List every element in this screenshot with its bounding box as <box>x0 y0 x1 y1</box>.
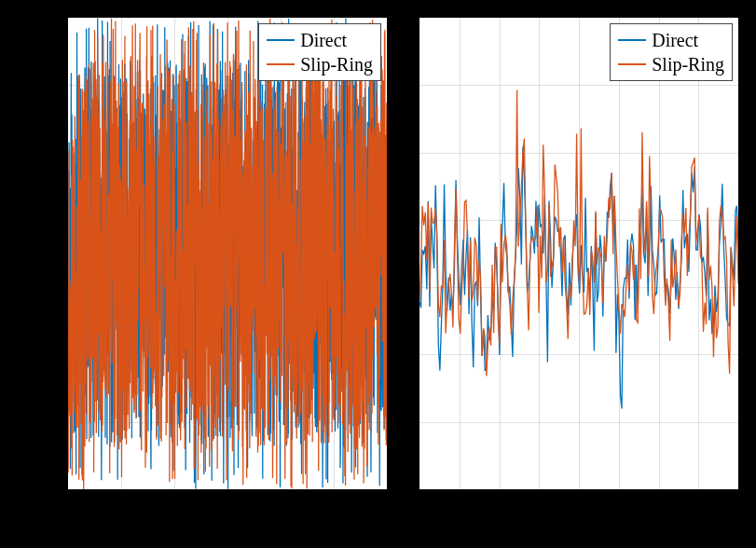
legend-right: Direct Slip-Ring <box>610 23 733 81</box>
legend-swatch-direct <box>267 39 295 42</box>
legend-entry-direct: Direct <box>267 28 373 52</box>
legend-swatch-slipring <box>267 63 295 66</box>
legend-entry-slipring: Slip-Ring <box>618 52 724 76</box>
legend-entry-slipring: Slip-Ring <box>267 52 373 76</box>
legend-entry-direct: Direct <box>618 28 724 52</box>
legend-swatch-direct <box>618 39 646 42</box>
chart-right: Direct Slip-Ring <box>419 17 739 490</box>
chart-left: Direct Slip-Ring <box>67 17 388 490</box>
series-canvas-right <box>419 18 738 489</box>
plot-area-left: Direct Slip-Ring <box>67 17 388 490</box>
plot-area-right: Direct Slip-Ring <box>419 17 739 490</box>
legend-label-direct: Direct <box>300 28 347 52</box>
legend-swatch-slipring <box>618 63 646 66</box>
legend-label-slipring: Slip-Ring <box>300 52 373 76</box>
legend-label-slipring: Slip-Ring <box>652 52 724 76</box>
legend-label-direct: Direct <box>652 28 698 52</box>
legend-left: Direct Slip-Ring <box>258 23 381 81</box>
series-canvas-left <box>68 18 387 489</box>
